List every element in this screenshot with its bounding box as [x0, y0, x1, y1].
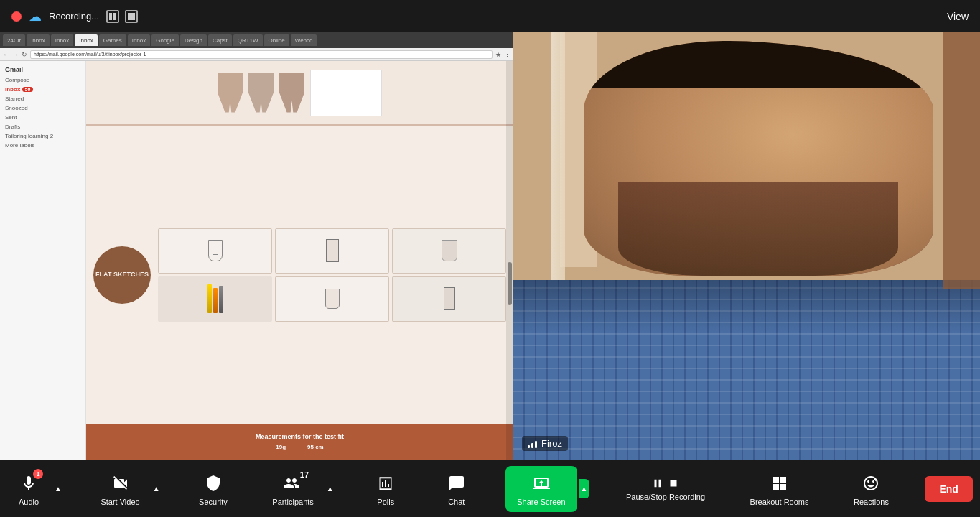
polls-label: Polls [377, 498, 394, 506]
pause-stop-recording-label: Pause/Stop Recording [626, 493, 705, 501]
polls-icon [374, 472, 397, 495]
browser-tab[interactable]: Google [151, 34, 179, 46]
participants-group: 17 Participants ▲ [263, 466, 336, 512]
sketch-item-3 [392, 228, 506, 274]
browser-tab[interactable]: Capst [208, 34, 232, 46]
screen-share-panel: 24Clr Inbox Inbox Inbox Games Inbox Goog… [0, 32, 513, 460]
mic-icon: 1 [17, 472, 40, 495]
video-off-icon [109, 472, 132, 495]
bottom-toolbar: 1 Audio ▲ Start Video ▲ Security [0, 460, 980, 517]
browser-chrome: 24Clr Inbox Inbox Inbox Games Inbox Goog… [0, 32, 513, 48]
gmail-sidebar: Gmail Compose Inbox 50 Starred Snoozed S… [0, 61, 86, 460]
person-body [513, 280, 980, 460]
participants-label: Participants [272, 498, 313, 506]
pants-sketch-2 [248, 73, 274, 113]
share-screen-chevron[interactable]: ▲ [579, 479, 590, 498]
share-screen-button[interactable]: Share Screen [505, 466, 577, 512]
audio-label: Audio [19, 498, 39, 506]
right-furniture [943, 32, 980, 289]
recording-status-dot [11, 11, 22, 22]
reactions-button[interactable]: Reactions [845, 466, 897, 512]
audio-group: 1 Audio ▲ [7, 466, 65, 512]
end-button[interactable]: End [925, 476, 972, 502]
design-top-section [86, 61, 513, 126]
top-bar: ☁ Recording... View [0, 0, 980, 32]
participants-icon: 17 [281, 472, 304, 495]
sketch-item-6 [392, 276, 506, 322]
browser-tab[interactable]: Inbox [51, 34, 74, 46]
signal-bars [528, 439, 537, 448]
participants-chevron[interactable]: ▲ [324, 479, 337, 498]
measurement-value-2: 95 cm [307, 444, 324, 450]
breakout-rooms-label: Breakout Rooms [750, 498, 809, 506]
polls-button[interactable]: Polls [364, 466, 407, 512]
recording-label: Recording... [49, 11, 99, 22]
browser-tab[interactable]: 24Clr [3, 34, 25, 46]
participant-panel: Firoz [513, 32, 980, 460]
audio-notification-badge: 1 [33, 469, 43, 479]
flat-sketches-badge: FLAT SKETCHES [93, 246, 151, 304]
scrollbar-thumb[interactable] [508, 262, 512, 305]
security-icon [202, 472, 225, 495]
participant-name-text: Firoz [541, 438, 562, 449]
clothing-row [212, 64, 388, 122]
sketch-item-4 [158, 276, 272, 322]
browser-tab-active[interactable]: Inbox [75, 34, 98, 46]
sketch-item-1 [158, 228, 272, 274]
browser-tab[interactable]: QRT1W [233, 34, 263, 46]
pants-sketch-3 [279, 73, 304, 113]
chat-icon [445, 472, 468, 495]
reactions-label: Reactions [854, 498, 889, 506]
pause-recording-btn[interactable] [106, 10, 119, 23]
person-figure [513, 32, 980, 460]
stop-recording-btn[interactable] [125, 10, 138, 23]
start-video-button[interactable]: Start Video [92, 466, 148, 512]
participants-count: 17 [300, 470, 309, 479]
share-screen-label: Share Screen [517, 498, 565, 506]
browser-tab[interactable]: Games [99, 34, 126, 46]
view-button[interactable]: View [947, 11, 969, 22]
share-screen-icon [530, 472, 553, 495]
recording-cloud-icon: ☁ [29, 9, 42, 24]
pause-stop-icons [651, 477, 680, 490]
clothing-item [218, 73, 243, 113]
measurement-line-1 [131, 442, 469, 442]
browser-tab[interactable]: Inbox [128, 34, 151, 46]
measurement-value-1: 19g [276, 444, 286, 450]
sketches-grid [158, 228, 506, 322]
measurement-section: Measurements for the test fit 19g 95 cm [86, 424, 513, 460]
audio-chevron[interactable]: ▲ [52, 479, 65, 498]
sketch-item-2 [275, 228, 389, 274]
sketch-item-5 [275, 276, 389, 322]
security-button[interactable]: Security [190, 466, 236, 512]
participants-button[interactable]: 17 Participants [263, 466, 322, 512]
white-design-box [310, 70, 382, 116]
participant-video: Firoz [513, 32, 980, 460]
measurement-label: Measurements for the test fit [256, 433, 344, 440]
design-content: FLAT SKETCHES [86, 61, 513, 460]
clothing-item [279, 73, 304, 113]
browser-tab[interactable]: Design [180, 34, 207, 46]
participant-name-badge: Firoz [522, 436, 568, 451]
video-chevron[interactable]: ▲ [150, 479, 163, 498]
browser-toolbar: ← → ↻ https://mail.google.com/mail/u/3/#… [0, 48, 513, 61]
audio-button[interactable]: 1 Audio [7, 466, 50, 512]
browser-tab[interactable]: Webco [291, 34, 317, 46]
chat-button[interactable]: Chat [435, 466, 478, 512]
scrollbar[interactable] [506, 61, 513, 460]
main-content: 24Clr Inbox Inbox Inbox Games Inbox Goog… [0, 32, 980, 460]
security-label: Security [199, 498, 228, 506]
start-video-label: Start Video [101, 498, 139, 506]
breakout-rooms-button[interactable]: Breakout Rooms [742, 466, 818, 512]
person-head [584, 41, 934, 276]
pants-sketch-1 [218, 73, 243, 113]
signal-bar-1 [528, 445, 530, 448]
recording-controls[interactable] [106, 10, 138, 23]
gmail-main: FLAT SKETCHES [86, 61, 513, 460]
signal-bar-2 [531, 443, 533, 448]
browser-tab[interactable]: Online [264, 34, 289, 46]
top-bar-left: ☁ Recording... [11, 9, 138, 24]
url-bar[interactable]: https://mail.google.com/mail/u/3/#inbox/… [30, 50, 493, 59]
browser-tab[interactable]: Inbox [27, 34, 50, 46]
pause-stop-recording-button[interactable]: Pause/Stop Recording [617, 471, 714, 507]
